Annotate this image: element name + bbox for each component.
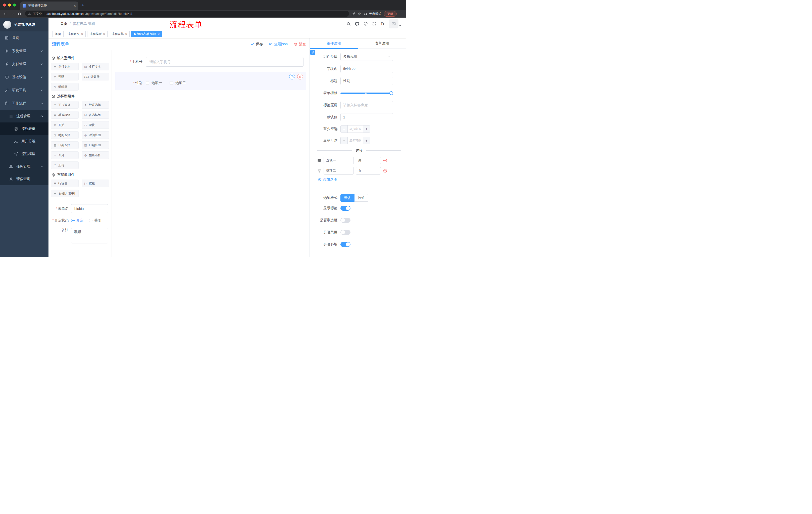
component-item[interactable]: ⊷ 滑块: [82, 121, 109, 129]
font-size-icon[interactable]: [381, 22, 385, 26]
forward-button[interactable]: [9, 11, 16, 17]
breadcrumb-home[interactable]: 首页: [60, 22, 67, 26]
slider-handle[interactable]: [389, 91, 393, 95]
component-item[interactable]: ▣ 行容器: [51, 180, 79, 187]
sidebar-item-payment-management[interactable]: 支付管理: [0, 58, 49, 71]
copy-field-button[interactable]: [289, 74, 295, 79]
tab-form-props[interactable]: 表单属性: [358, 38, 406, 49]
kebab-menu-icon[interactable]: [399, 12, 403, 16]
status-on-radio[interactable]: 开启: [71, 218, 83, 223]
label-width-input[interactable]: [341, 101, 393, 109]
close-window-button[interactable]: [3, 3, 6, 6]
component-item[interactable]: ⋔ 级联选择: [82, 101, 109, 109]
component-item[interactable]: ▾ 下拉选择: [51, 101, 79, 109]
link-icon[interactable]: [310, 50, 315, 55]
tag-close-icon[interactable]: ×: [81, 32, 83, 36]
fullscreen-icon[interactable]: [372, 22, 376, 26]
delete-field-button[interactable]: [297, 74, 303, 79]
tag-process-model[interactable]: 流程模型 ×: [87, 31, 108, 37]
minimize-window-button[interactable]: [8, 3, 11, 6]
component-item[interactable]: 123 计数器: [82, 73, 109, 80]
hamburger-icon[interactable]: [53, 22, 57, 26]
zoom-window-button[interactable]: [13, 3, 16, 6]
status-off-radio[interactable]: 关闭: [89, 218, 101, 223]
browser-tab[interactable]: 芋道管理系统 ×: [20, 1, 78, 10]
sidebar-item-task-management[interactable]: 任务管理: [0, 160, 49, 173]
sidebar-item-dev-tools[interactable]: 研发工具: [0, 84, 49, 97]
tag-process-form[interactable]: 流程表单 ×: [109, 31, 129, 37]
style-button-button[interactable]: 按钮: [354, 194, 368, 202]
sidebar-item-process-management[interactable]: 流程管理: [0, 110, 49, 123]
add-option-button[interactable]: 添加选项: [318, 177, 401, 182]
drag-handle-icon[interactable]: [317, 169, 322, 173]
key-icon[interactable]: [351, 12, 355, 16]
reload-button[interactable]: [16, 11, 23, 17]
component-item[interactable]: ◑ 颜色选择: [82, 152, 109, 159]
component-item[interactable]: ▤ 多行文本: [82, 63, 109, 71]
form-name-input[interactable]: [71, 204, 108, 213]
github-icon[interactable]: [355, 22, 359, 26]
component-item[interactable]: ◶ 时间范围: [82, 131, 109, 139]
stepper-placeholder[interactable]: 最多可选: [348, 137, 363, 144]
decrease-button[interactable]: −: [341, 137, 348, 144]
component-item[interactable]: ⊙ 开关: [51, 121, 79, 129]
disabled-switch[interactable]: [341, 230, 350, 235]
checkbox-option-1[interactable]: 选项一: [146, 81, 162, 85]
component-item[interactable]: ◷ 时间选择: [51, 131, 79, 139]
chevron-down-icon[interactable]: [389, 16, 392, 18]
tag-process-form-edit[interactable]: 流程表单-编辑 ×: [131, 31, 162, 37]
sidebar-item-leave-query[interactable]: 请假查询: [0, 173, 49, 185]
component-item[interactable]: ◉ 单选框组: [51, 111, 79, 119]
sidebar-item-process-form[interactable]: 流程表单: [0, 123, 49, 135]
sidebar-item-system-management[interactable]: 系统管理: [0, 45, 49, 58]
new-tab-button[interactable]: +: [78, 2, 87, 10]
component-item[interactable]: ☑ 多选框组: [82, 111, 109, 119]
drag-handle-icon[interactable]: [317, 158, 322, 163]
option-label-input[interactable]: [324, 167, 354, 174]
form-remark-textarea[interactable]: 嘿嘿: [71, 228, 108, 243]
tab-close-icon[interactable]: ×: [74, 4, 76, 8]
sidebar-item-infrastructure[interactable]: 基础设施: [0, 71, 49, 84]
stepper-placeholder[interactable]: 至少应选: [348, 126, 363, 133]
tag-home[interactable]: 首页: [53, 31, 63, 37]
tag-close-icon[interactable]: ×: [158, 32, 160, 36]
search-icon[interactable]: [346, 22, 351, 26]
border-switch[interactable]: [341, 218, 350, 223]
default-value-input[interactable]: [341, 113, 393, 121]
component-item[interactable]: ∗ 密码: [51, 73, 79, 80]
checkbox-option-2[interactable]: 选项二: [170, 81, 186, 85]
help-icon[interactable]: [364, 22, 368, 26]
form-field-gender[interactable]: *性别 选项一 选项二: [115, 72, 306, 90]
tab-component-props[interactable]: 组件属性: [310, 38, 358, 49]
required-switch[interactable]: [341, 242, 350, 247]
option-value-input[interactable]: [356, 157, 381, 164]
remove-option-button[interactable]: [383, 158, 387, 163]
form-field-phone[interactable]: *手机号: [115, 54, 306, 70]
grid-slider[interactable]: [341, 89, 393, 97]
security-label[interactable]: 不安全: [33, 12, 42, 16]
increase-button[interactable]: +: [363, 137, 370, 144]
component-type-select[interactable]: 多选框组: [341, 53, 393, 61]
tag-close-icon[interactable]: ×: [125, 32, 127, 36]
component-item[interactable]: ✎ 编辑器: [51, 83, 79, 90]
component-item[interactable]: ☆ 评分: [51, 152, 79, 159]
user-avatar[interactable]: [389, 19, 399, 28]
option-value-input[interactable]: [356, 167, 381, 174]
view-json-button[interactable]: 查看json: [269, 42, 288, 47]
sidebar-item-workflow[interactable]: 工作流程: [0, 97, 49, 110]
increase-button[interactable]: +: [363, 126, 370, 133]
sidebar-item-process-model[interactable]: 流程模型: [0, 147, 49, 160]
show-label-switch[interactable]: [341, 206, 350, 211]
component-item[interactable]: ▷ 按钮: [82, 180, 109, 187]
save-button[interactable]: 保存: [251, 42, 263, 47]
component-item[interactable]: ▦ 日期选择: [51, 141, 79, 149]
phone-input[interactable]: [146, 57, 303, 66]
option-label-input[interactable]: [324, 157, 354, 164]
title-input[interactable]: [341, 77, 393, 85]
component-item[interactable]: ▭ 单行文本: [51, 63, 79, 71]
address-bar[interactable]: 不安全 dashboard.yudao.iocoder.cn /bpm/mana…: [25, 11, 349, 17]
sidebar-item-user-group[interactable]: 用户分组: [0, 135, 49, 147]
sidebar-item-home[interactable]: 首页: [0, 31, 49, 45]
sidebar-logo[interactable]: 芋道管理系统: [0, 18, 49, 31]
component-item[interactable]: ▥ 日期范围: [82, 141, 109, 149]
